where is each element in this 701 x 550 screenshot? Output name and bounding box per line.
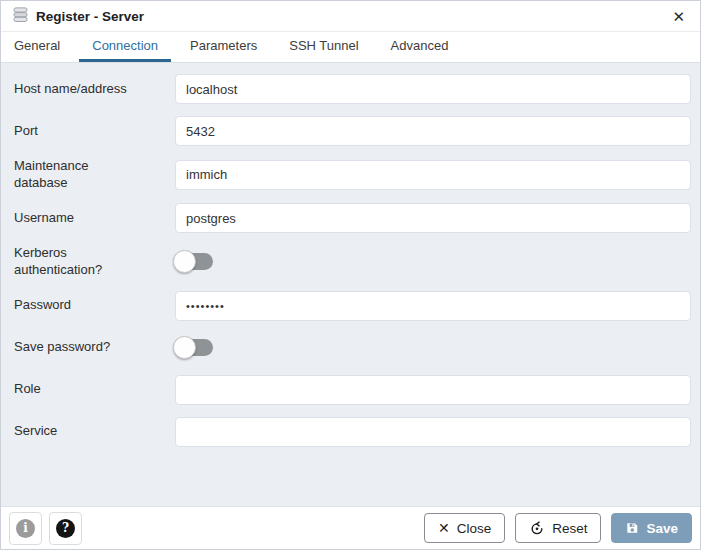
- host-input[interactable]: [175, 74, 691, 104]
- save-password-label: Save password?: [14, 339, 175, 356]
- dialog-footer: i ? ✕ Close Reset: [1, 506, 700, 549]
- server-stack-icon: [12, 6, 29, 27]
- form-row: Host name/address: [14, 74, 691, 104]
- kerberos-auth-toggle[interactable]: [175, 253, 213, 270]
- save-button[interactable]: Save: [611, 513, 692, 543]
- form-row: Save password?: [14, 333, 691, 363]
- username-label: Username: [14, 210, 175, 227]
- form-row: Service: [14, 417, 691, 447]
- role-label: Role: [14, 381, 175, 398]
- sql-info-button[interactable]: i: [9, 512, 42, 545]
- reset-button-label: Reset: [552, 521, 587, 536]
- save-password-toggle[interactable]: [175, 339, 213, 356]
- dialog-title: Register - Server: [36, 9, 144, 24]
- connection-form: Host name/address Port Maintenance datab…: [1, 63, 700, 506]
- service-input[interactable]: [175, 417, 691, 447]
- form-row: Password: [14, 291, 691, 321]
- tab-advanced[interactable]: Advanced: [378, 32, 462, 62]
- kerberos-auth-label: Kerberos authentication?: [14, 245, 175, 278]
- info-icon: i: [16, 519, 35, 538]
- form-row: Kerberos authentication?: [14, 245, 691, 278]
- toggle-knob: [173, 250, 196, 273]
- save-floppy-icon: [625, 521, 639, 535]
- reset-icon: [529, 520, 545, 536]
- close-button-label: Close: [457, 521, 492, 536]
- tab-general[interactable]: General: [1, 32, 73, 62]
- maintenance-db-label: Maintenance database: [14, 158, 175, 191]
- form-row: Username: [14, 203, 691, 233]
- close-x-icon: ✕: [438, 521, 450, 535]
- port-label: Port: [14, 123, 175, 140]
- role-input[interactable]: [175, 375, 691, 405]
- dialog-titlebar: Register - Server ✕: [1, 1, 700, 31]
- help-icon: ?: [56, 519, 75, 538]
- tab-parameters[interactable]: Parameters: [177, 32, 270, 62]
- register-server-dialog: Register - Server ✕ General Connection P…: [0, 0, 701, 550]
- tab-strip: General Connection Parameters SSH Tunnel…: [1, 31, 700, 63]
- maintenance-db-input[interactable]: [175, 160, 691, 190]
- port-input[interactable]: [175, 116, 691, 146]
- form-row: Maintenance database: [14, 158, 691, 191]
- form-row: Role: [14, 375, 691, 405]
- toggle-knob: [173, 336, 196, 359]
- form-row: Port: [14, 116, 691, 146]
- host-label: Host name/address: [14, 81, 175, 98]
- dialog-close-icon[interactable]: ✕: [669, 7, 688, 26]
- service-label: Service: [14, 423, 175, 440]
- username-input[interactable]: [175, 203, 691, 233]
- tab-connection[interactable]: Connection: [79, 32, 171, 62]
- close-button[interactable]: ✕ Close: [424, 513, 505, 543]
- password-label: Password: [14, 297, 175, 314]
- save-button-label: Save: [646, 521, 678, 536]
- help-button[interactable]: ?: [49, 512, 82, 545]
- reset-button[interactable]: Reset: [515, 513, 601, 543]
- password-input[interactable]: [175, 291, 691, 321]
- tab-ssh-tunnel[interactable]: SSH Tunnel: [276, 32, 371, 62]
